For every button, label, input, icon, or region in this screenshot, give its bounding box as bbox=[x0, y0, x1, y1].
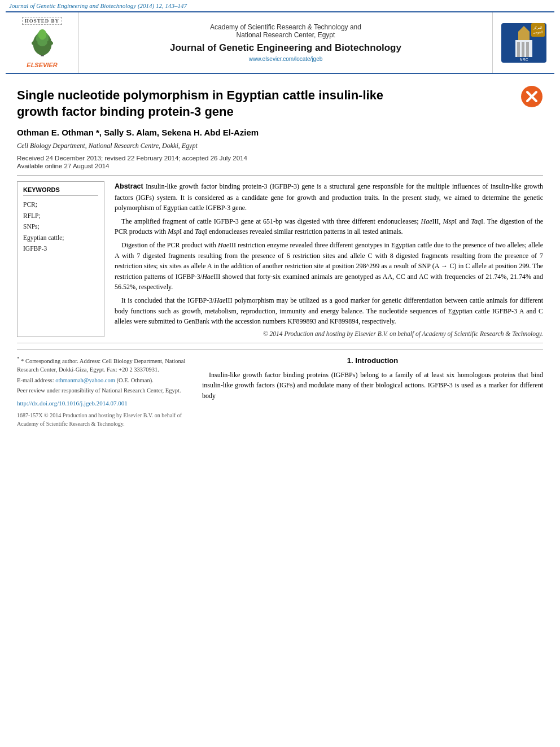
email-line: E-mail address: othmanmah@yahoo.com (O.E… bbox=[17, 376, 192, 385]
svg-rect-10 bbox=[522, 42, 524, 57]
keyword-4: Egyptian cattle; bbox=[23, 233, 98, 244]
main-content: Single nucleotide polymorphism in Egypti… bbox=[0, 74, 560, 437]
intro-heading: 1. Introduction bbox=[202, 355, 543, 366]
divider-1 bbox=[17, 175, 543, 176]
issn-line: 1687-157X © 2014 Production and hosting … bbox=[17, 411, 192, 428]
abstract-label: Abstract bbox=[115, 182, 143, 190]
divider-2 bbox=[17, 343, 543, 343]
keywords-column: KEYWORDS PCR; RFLP; SNPs; Egyptian cattl… bbox=[17, 181, 104, 337]
keywords-title: KEYWORDS bbox=[23, 186, 98, 196]
svg-rect-11 bbox=[526, 42, 529, 57]
svg-text:المركز: المركز bbox=[533, 26, 542, 30]
bottom-section: * * Corresponding author. Address: Cell … bbox=[17, 349, 543, 428]
journal-citation-text: Journal of Genetic Engineering and Biote… bbox=[9, 2, 187, 9]
svg-text:القومى: القومى bbox=[533, 30, 543, 34]
intro-para-1: Insulin-like growth factor binding prote… bbox=[202, 370, 543, 401]
abstract-para-3: Digestion of the PCR product with HaeIII… bbox=[115, 240, 543, 292]
header-center-section: Academy of Scientific Research & Technol… bbox=[79, 12, 492, 73]
svg-text:NRC: NRC bbox=[519, 58, 528, 62]
institution-name: Academy of Scientific Research & Technol… bbox=[210, 23, 361, 39]
keywords-list: PCR; RFLP; SNPs; Egyptian cattle; IGFBP-… bbox=[23, 199, 98, 255]
abstract-section: KEYWORDS PCR; RFLP; SNPs; Egyptian cattl… bbox=[17, 181, 543, 337]
doi-link[interactable]: http://dx.doi.org/10.1016/j.jgeb.2014.07… bbox=[17, 399, 192, 408]
keyword-2: RFLP; bbox=[23, 211, 98, 222]
svg-rect-9 bbox=[517, 42, 520, 57]
received-dates: Received 24 December 2013; revised 22 Fe… bbox=[17, 155, 543, 161]
nrc-logo-icon: NRC المركز القومى bbox=[498, 20, 549, 65]
keyword-5: IGFBP-3 bbox=[23, 243, 98, 255]
journal-citation-bar: Journal of Genetic Engineering and Biote… bbox=[0, 0, 560, 11]
abstract-para-1: Insulin-like growth factor binding prote… bbox=[115, 182, 543, 212]
svg-text:CrossMark: CrossMark bbox=[525, 103, 539, 106]
keyword-1: PCR; bbox=[23, 199, 98, 211]
title-row: Single nucleotide polymorphism in Egypti… bbox=[17, 83, 543, 128]
abstract-column: Abstract Insulin-like growth factor bind… bbox=[115, 181, 543, 337]
elsevier-tree-icon bbox=[23, 28, 62, 59]
introduction-column: 1. Introduction Insulin-like growth fact… bbox=[202, 355, 543, 428]
crossmark-badge[interactable]: CrossMark bbox=[520, 85, 543, 108]
footnotes-column: * * Corresponding author. Address: Cell … bbox=[17, 355, 192, 428]
article-title: Single nucleotide polymorphism in Egypti… bbox=[17, 88, 401, 120]
keyword-3: SNPs; bbox=[23, 221, 98, 233]
elsevier-wordmark: ELSEVIER bbox=[27, 62, 57, 68]
journal-url[interactable]: www.elsevier.com/locate/jgeb bbox=[249, 56, 323, 62]
star-footnote: * bbox=[17, 356, 19, 361]
journal-header: HOSTED BY ELSEVIER Academy of Scientific… bbox=[6, 11, 554, 74]
journal-title-header: Journal of Genetic Engineering and Biote… bbox=[170, 42, 401, 54]
nrc-logo-section: NRC المركز القومى bbox=[492, 12, 554, 73]
available-date: Available online 27 August 2014 bbox=[17, 163, 543, 169]
svg-rect-13 bbox=[531, 23, 545, 37]
abstract-para-2: The amplified fragment of cattle IGFBP-3… bbox=[115, 216, 543, 237]
affiliation: Cell Biology Department, National Resear… bbox=[17, 142, 543, 150]
authors: Othman E. Othman *, Sally S. Alam, Seken… bbox=[17, 128, 543, 137]
elsevier-logo-section: HOSTED BY ELSEVIER bbox=[6, 12, 79, 73]
corresponding-author: * * Corresponding author. Address: Cell … bbox=[17, 355, 192, 374]
peer-review-note: Peer review under responsibility of Nati… bbox=[17, 386, 192, 395]
email-address[interactable]: othmanmah@yahoo.com bbox=[55, 377, 115, 383]
hosted-by-label: HOSTED BY bbox=[22, 17, 62, 25]
copyright-notice: © 2014 Production and hosting by Elsevie… bbox=[115, 330, 543, 337]
email-label: E-mail address: bbox=[17, 377, 54, 383]
email-suffix: (O.E. Othman). bbox=[116, 377, 153, 383]
intro-text: Insulin-like growth factor binding prote… bbox=[202, 370, 543, 401]
abstract-text: Abstract Insulin-like growth factor bind… bbox=[115, 181, 543, 327]
abstract-para-4: It is concluded that the IGFBP-3/HaeIII … bbox=[115, 295, 543, 327]
svg-point-3 bbox=[38, 29, 46, 40]
